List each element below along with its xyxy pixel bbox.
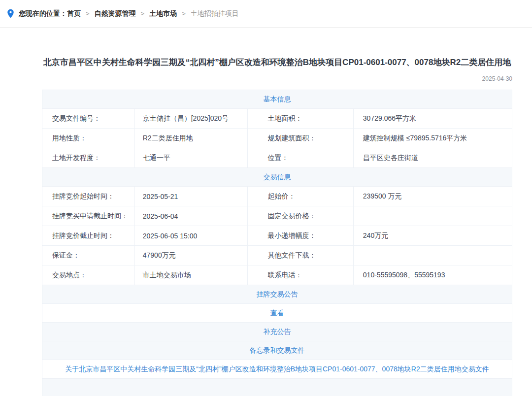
field-value: 010-55595098、55595193 — [354, 265, 512, 285]
table-row: 挂牌竞买申请截止时间： 2025-06-04 固定交易价格： — [42, 206, 512, 226]
section-header-memo-documents: 备忘录和交易文件 — [42, 341, 512, 360]
field-label: 用地性质： — [42, 129, 135, 148]
breadcrumb-item-current: 土地招拍挂项目 — [191, 9, 239, 18]
field-value: 2025-06-04 — [135, 206, 248, 226]
field-value: 239500 万元 — [354, 187, 512, 206]
field-value: R2二类居住用地 — [135, 129, 248, 148]
location-pin-icon — [7, 9, 14, 18]
field-label: 固定交易价格： — [248, 206, 353, 226]
breadcrumb-prefix: 您现在的位置： — [19, 9, 67, 18]
field-label: 最小递增幅度： — [248, 226, 353, 245]
field-value: 建筑控制规模 ≤79895.5716平方米 — [354, 129, 512, 148]
section-title: 基本信息 — [264, 95, 291, 104]
field-value: 240万元 — [354, 226, 512, 245]
field-label: 土地开发程度： — [42, 148, 135, 167]
field-label: 挂牌竞价截止时间： — [42, 226, 135, 245]
field-label: 位置： — [248, 148, 353, 167]
view-link[interactable]: 查看 — [270, 309, 284, 318]
table-row: 挂牌竞价截止时间： 2025-06-05 15:00 最小递增幅度： 240万元 — [42, 226, 512, 246]
table-row: 保证金： 47900万元 其他文件下载： — [42, 246, 512, 265]
publish-date: 2025-04-30 — [42, 75, 512, 82]
page-title: 北京市昌平区中关村生命科学园三期及“北四村”棚户区改造和环境整治B地块项目CP0… — [42, 56, 512, 68]
field-value: 2025-05-21 — [135, 187, 248, 206]
table-row: 交易文件编号： 京土储挂（昌）[2025]020号 土地面积： 30729.06… — [42, 109, 512, 129]
section-header-supplement-announcement: 补充公告 — [42, 323, 512, 341]
field-label: 起始价： — [248, 187, 353, 206]
field-label: 规划建筑面积： — [248, 129, 353, 148]
field-value — [354, 246, 512, 265]
land-info-table: 基本信息 交易文件编号： 京土储挂（昌）[2025]020号 土地面积： 307… — [42, 90, 512, 396]
transaction-file-link-row: 关于北京市昌平区中关村生命科学园三期及“北四村”棚户区改造和环境整治B地块项目C… — [42, 360, 512, 379]
breadcrumb: 您现在的位置： 首页 > 自然资源管理 > 土地市场 > 土地招拍挂项目 — [7, 9, 239, 18]
field-value: 京土储挂（昌）[2025]020号 — [135, 109, 248, 128]
table-row: 挂牌竞价起始时间： 2025-05-21 起始价： 239500 万元 — [42, 187, 512, 206]
field-label: 挂牌竞价起始时间： — [42, 187, 135, 206]
field-label: 交易文件编号： — [42, 109, 135, 128]
section-header-trade-info: 交易信息 — [42, 168, 512, 187]
section-title: 交易信息 — [264, 173, 291, 182]
section-title: 补充公告 — [264, 328, 291, 336]
section-header-clipped — [42, 379, 512, 396]
table-row: 用地性质： R2二类居住用地 规划建筑面积： 建筑控制规模 ≤79895.571… — [42, 129, 512, 148]
field-label: 交易地点： — [42, 265, 135, 285]
breadcrumb-separator: > — [182, 10, 186, 17]
content-area: 北京市昌平区中关村生命科学园三期及“北四村”棚户区改造和环境整治B地块项目CP0… — [42, 56, 512, 396]
table-row: 土地开发程度： 七通一平 位置： 昌平区史各庄街道 — [42, 148, 512, 168]
breadcrumb-item-natural-resources[interactable]: 自然资源管理 — [95, 9, 136, 18]
field-label: 其他文件下载： — [248, 246, 353, 265]
section-header-listing-announcement: 挂牌交易公告 — [42, 285, 512, 304]
field-label: 挂牌竞买申请截止时间： — [42, 206, 135, 226]
field-label: 联系电话： — [248, 265, 353, 285]
field-value: 七通一平 — [135, 148, 248, 167]
breadcrumb-separator: > — [86, 10, 90, 17]
section-title: 备忘录和交易文件 — [250, 346, 305, 355]
breadcrumb-separator: > — [141, 10, 145, 17]
field-label: 土地面积： — [248, 109, 353, 128]
field-value: 市土地交易市场 — [135, 265, 248, 285]
section-title: 挂牌交易公告 — [257, 290, 298, 299]
field-value: 47900万元 — [135, 246, 248, 265]
breadcrumb-item-home[interactable]: 首页 — [67, 9, 81, 18]
field-label: 保证金： — [42, 246, 135, 265]
section-header-basic-info: 基本信息 — [42, 90, 512, 109]
table-row: 交易地点： 市土地交易市场 联系电话： 010-55595098、5559519… — [42, 265, 512, 285]
field-value: 2025-06-05 15:00 — [135, 226, 248, 245]
field-value — [354, 206, 512, 226]
breadcrumb-item-land-market[interactable]: 土地市场 — [149, 9, 177, 18]
field-value: 昌平区史各庄街道 — [354, 148, 512, 167]
field-value: 30729.066平方米 — [354, 109, 512, 128]
view-link-row: 查看 — [42, 304, 512, 323]
transaction-file-link[interactable]: 关于北京市昌平区中关村生命科学园三期及“北四村”棚户区改造和环境整治B地块项目C… — [65, 365, 489, 374]
breadcrumb-bar: 您现在的位置： 首页 > 自然资源管理 > 土地市场 > 土地招拍挂项目 — [0, 0, 532, 28]
